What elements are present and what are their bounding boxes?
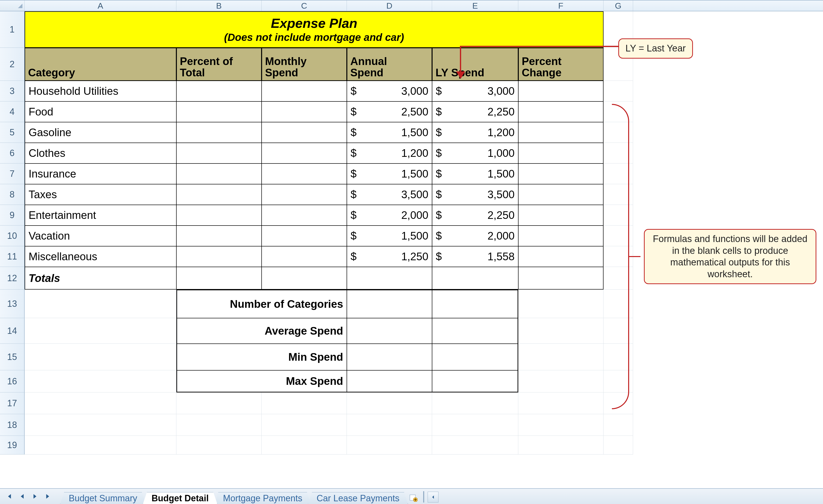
cell-totals-1[interactable]	[176, 267, 262, 289]
cell-ly-spend[interactable]: $1,558	[432, 246, 518, 267]
cell-blank[interactable]	[176, 414, 262, 436]
cell-percent-of-total[interactable]	[176, 122, 262, 143]
cell-ly-spend[interactable]: $1,200	[432, 122, 518, 143]
stat-average-spend-label-cell[interactable]: Average Spend	[176, 318, 347, 344]
cell-ly-spend[interactable]: $1,000	[432, 143, 518, 164]
cell-monthly-spend[interactable]	[262, 184, 347, 205]
cell-percent-change[interactable]	[518, 143, 604, 164]
cell-annual-spend[interactable]: $1,250	[347, 246, 432, 267]
cell-blank[interactable]	[432, 414, 518, 436]
row-header-5[interactable]: 5	[0, 122, 25, 143]
stat-min-spend-d[interactable]	[347, 344, 432, 370]
cell-monthly-spend[interactable]	[262, 122, 347, 143]
cell-ly-spend[interactable]: $2,250	[432, 101, 518, 122]
cell-percent-of-total[interactable]	[176, 184, 262, 205]
tab-nav-first[interactable]	[2, 490, 15, 503]
stat-average-spend-d[interactable]	[347, 318, 432, 344]
row-header-13[interactable]: 13	[0, 289, 25, 318]
stat-num-categories-d[interactable]	[347, 289, 432, 318]
column-header-G[interactable]: G	[604, 0, 633, 11]
cell-category[interactable]: Clothes	[25, 143, 176, 164]
cell-category[interactable]: Food	[25, 101, 176, 122]
cell-percent-change[interactable]	[518, 101, 604, 122]
cell-blank[interactable]	[604, 414, 633, 436]
cell-blank[interactable]	[262, 436, 347, 455]
stat-average-spend-e[interactable]	[432, 318, 518, 344]
cell-percent-of-total[interactable]	[176, 143, 262, 164]
cell-monthly-spend[interactable]	[262, 246, 347, 267]
row-header-18[interactable]: 18	[0, 414, 25, 436]
cell-blank[interactable]	[262, 393, 347, 414]
cell-annual-spend[interactable]: $2,000	[347, 205, 432, 226]
cell-category[interactable]: Gasoline	[25, 122, 176, 143]
cell-blank[interactable]	[25, 393, 176, 414]
cell-percent-change[interactable]	[518, 122, 604, 143]
cell-totals-2[interactable]	[262, 267, 347, 289]
cell-percent-of-total[interactable]	[176, 246, 262, 267]
cell-blank[interactable]	[25, 436, 176, 455]
cell-blank[interactable]	[262, 414, 347, 436]
row-header-2[interactable]: 2	[0, 48, 25, 81]
row-header-14[interactable]: 14	[0, 318, 25, 344]
row-header-11[interactable]: 11	[0, 246, 25, 267]
cell-percent-of-total[interactable]	[176, 101, 262, 122]
title-cell[interactable]: Expense Plan(Does not include mortgage a…	[25, 11, 604, 48]
stat-min-spend-label-cell[interactable]: Min Spend	[176, 344, 347, 370]
row-header-3[interactable]: 3	[0, 81, 25, 101]
cell-blank[interactable]	[176, 393, 262, 414]
cell-blank[interactable]	[518, 414, 604, 436]
row-header-16[interactable]: 16	[0, 370, 25, 393]
cell-annual-spend[interactable]: $3,500	[347, 184, 432, 205]
cell-percent-of-total[interactable]	[176, 205, 262, 226]
cell-monthly-spend[interactable]	[262, 101, 347, 122]
cell-totals-4[interactable]	[432, 267, 518, 289]
column-header-D[interactable]: D	[347, 0, 432, 11]
tab-nav-next[interactable]	[29, 490, 41, 503]
sheet-tab-budget-detail[interactable]: Budget Detail	[143, 492, 217, 504]
cell-annual-spend[interactable]: $1,500	[347, 226, 432, 246]
cell-monthly-spend[interactable]	[262, 226, 347, 246]
sheet-tab-mortgage-payments[interactable]: Mortgage Payments	[214, 492, 311, 504]
sheet-tab-car-lease-payments[interactable]: Car Lease Payments	[308, 492, 408, 504]
row-header-19[interactable]: 19	[0, 436, 25, 455]
stat-max-spend-label-cell[interactable]: Max Spend	[176, 370, 347, 393]
cell-category[interactable]: Miscellaneous	[25, 246, 176, 267]
row-header-1[interactable]: 1	[0, 11, 25, 48]
cell-totals-label[interactable]: Totals	[25, 267, 176, 289]
column-header-A[interactable]: A	[25, 0, 176, 11]
cell-blank[interactable]	[347, 414, 432, 436]
cell-percent-of-total[interactable]	[176, 164, 262, 184]
select-all-corner[interactable]	[0, 0, 25, 11]
header-annual-spend[interactable]: AnnualSpend	[347, 48, 432, 81]
stat-num-categories-e[interactable]	[432, 289, 518, 318]
cell-monthly-spend[interactable]	[262, 164, 347, 184]
cell-blank[interactable]	[518, 436, 604, 455]
stat-max-spend-d[interactable]	[347, 370, 432, 393]
cell-blank[interactable]	[347, 393, 432, 414]
column-header-C[interactable]: C	[262, 0, 347, 11]
insert-sheet-icon[interactable]	[408, 493, 418, 503]
cell-category[interactable]: Insurance	[25, 164, 176, 184]
stat-max-spend-e[interactable]	[432, 370, 518, 393]
row-header-6[interactable]: 6	[0, 143, 25, 164]
row-header-8[interactable]: 8	[0, 184, 25, 205]
cell-ly-spend[interactable]: $3,500	[432, 184, 518, 205]
row-header-10[interactable]: 10	[0, 226, 25, 246]
cell-blank[interactable]	[604, 436, 633, 455]
row-header-12[interactable]: 12	[0, 267, 25, 289]
cell-ly-spend[interactable]: $1,500	[432, 164, 518, 184]
cell-blank[interactable]	[518, 393, 604, 414]
cell-blank[interactable]	[25, 414, 176, 436]
cell-monthly-spend[interactable]	[262, 205, 347, 226]
cell-blank[interactable]	[432, 436, 518, 455]
cell-category[interactable]: Taxes	[25, 184, 176, 205]
cell-percent-change[interactable]	[518, 205, 604, 226]
cell-monthly-spend[interactable]	[262, 81, 347, 101]
tab-nav-prev[interactable]	[16, 490, 28, 503]
cell-annual-spend[interactable]: $1,500	[347, 122, 432, 143]
cell-blank[interactable]	[347, 436, 432, 455]
cell-percent-of-total[interactable]	[176, 81, 262, 101]
column-header-F[interactable]: F	[518, 0, 604, 11]
column-header-B[interactable]: B	[176, 0, 262, 11]
cell-annual-spend[interactable]: $2,500	[347, 101, 432, 122]
